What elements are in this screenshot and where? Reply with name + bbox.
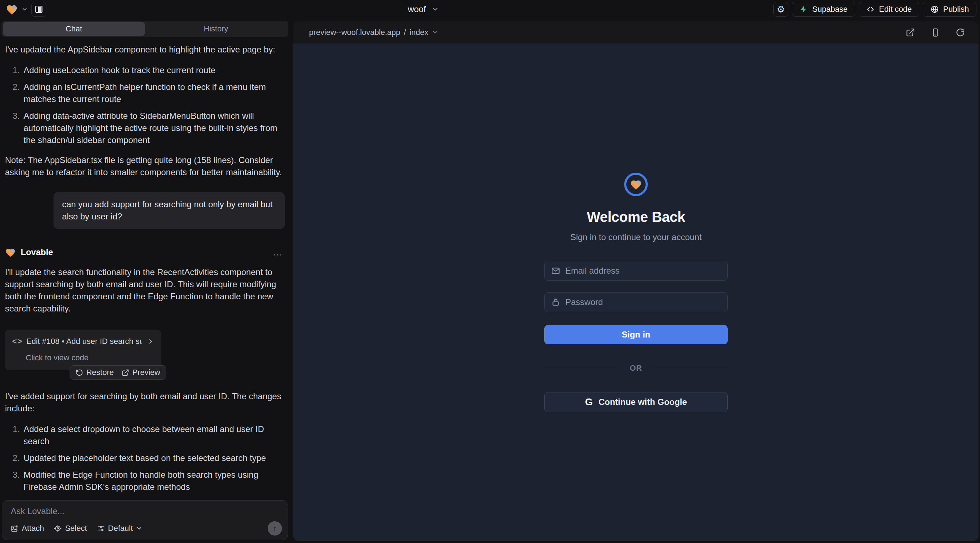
preview-actions <box>906 28 965 37</box>
project-title: woof <box>408 4 426 14</box>
model-label: Default <box>108 524 133 533</box>
signin-subtitle: Sign in to continue to your account <box>570 232 702 242</box>
tab-chat[interactable]: Chat <box>3 22 145 36</box>
composer-toolbar: Attach Select Default ↑ <box>11 521 282 535</box>
select-button[interactable]: Select <box>54 524 87 533</box>
panel-left-icon <box>35 5 43 14</box>
assistant-numbered-list: Added a select dropdown to choose betwee… <box>5 423 285 495</box>
email-input[interactable] <box>565 266 721 276</box>
target-icon <box>54 524 62 532</box>
send-arrow-icon: ↑ <box>273 523 277 533</box>
preview-button[interactable]: Preview <box>122 367 160 378</box>
list-item: Adding useLocation hook to track the cur… <box>22 64 285 76</box>
lock-icon <box>551 297 560 307</box>
edit-actions-toolbar: Restore Preview <box>70 365 166 379</box>
external-link-icon <box>122 369 129 376</box>
restore-label: Restore <box>86 367 114 378</box>
list-item: Added a select dropdown to choose betwee… <box>22 423 285 448</box>
password-input[interactable] <box>565 297 721 307</box>
preview-header: preview--woof.lovable.app / index <box>293 21 978 43</box>
preview-iframe: Welcome Back Sign in to continue to your… <box>293 43 978 541</box>
toggle-sidebar-button[interactable] <box>32 2 46 17</box>
preview-url-breadcrumb[interactable]: preview--woof.lovable.app / index <box>309 28 438 37</box>
assistant-paragraph: I've updated the AppSidebar component to… <box>5 43 285 56</box>
code-brackets-icon <box>866 5 875 14</box>
envelope-icon <box>551 266 560 275</box>
open-in-new-tab-button[interactable] <box>906 28 915 37</box>
chevron-right-icon <box>147 338 154 345</box>
assistant-note: Note: The AppSidebar.tsx file is getting… <box>5 154 285 178</box>
smartphone-icon <box>931 28 940 37</box>
chat-panel: Chat History I've updated the AppSidebar… <box>0 19 290 543</box>
lovable-avatar-heart-icon <box>5 247 16 257</box>
route-chevron-down-icon <box>432 29 438 36</box>
sliders-icon <box>97 524 105 532</box>
lovable-logo-heart-icon[interactable] <box>6 3 18 15</box>
divider-label: OR <box>630 364 643 373</box>
divider-line <box>650 368 728 368</box>
message-more-icon[interactable]: … <box>273 246 285 258</box>
google-signin-button[interactable]: G Continue with Google <box>544 392 728 412</box>
chat-history-tabs: Chat History <box>2 21 288 37</box>
supabase-label: Supabase <box>812 5 848 14</box>
mobile-view-button[interactable] <box>931 28 940 37</box>
list-item: Adding data-active attribute to SidebarM… <box>22 110 285 146</box>
email-field <box>544 261 728 281</box>
refresh-button[interactable] <box>956 28 965 37</box>
breadcrumb-separator: / <box>404 28 406 37</box>
image-plus-icon <box>11 524 19 532</box>
preview-domain: preview--woof.lovable.app <box>309 28 401 37</box>
model-selector[interactable]: Default <box>97 524 143 533</box>
composer-input[interactable] <box>11 506 279 516</box>
tab-history[interactable]: History <box>145 22 287 36</box>
edit-card-wrap: < > Edit #108 • Add user ID search supp.… <box>5 330 166 370</box>
edit-code-label: Edit code <box>879 5 912 14</box>
app-logo-heart-icon <box>630 179 642 190</box>
chevron-down-icon <box>136 525 142 532</box>
topbar-right: ⚙ Supabase Edit code Publish <box>773 2 977 17</box>
assistant-name: Lovable <box>21 246 53 258</box>
attach-label: Attach <box>22 524 44 533</box>
assistant-numbered-list: Adding useLocation hook to track the cur… <box>5 64 285 146</box>
assistant-paragraph: I've added support for searching by both… <box>5 390 285 414</box>
signin-title: Welcome Back <box>587 209 685 225</box>
message-list[interactable]: I've updated the AppSidebar component to… <box>0 37 290 495</box>
supabase-button[interactable]: Supabase <box>792 2 855 17</box>
project-chevron-down-icon <box>431 6 439 13</box>
attach-button[interactable]: Attach <box>11 524 44 533</box>
divider-line <box>544 368 622 368</box>
preview-panel: preview--woof.lovable.app / index Welcom… <box>293 21 978 541</box>
edit-card-title: Edit #108 • Add user ID search supp... <box>26 335 142 348</box>
project-title-menu[interactable]: woof <box>408 4 439 14</box>
select-label: Select <box>65 524 87 533</box>
edit-code-button[interactable]: Edit code <box>859 2 920 17</box>
signin-button[interactable]: Sign in <box>544 325 728 344</box>
user-message-bubble: can you add support for searching not on… <box>54 192 285 229</box>
topbar: woof ⚙ Supabase Edit code Publish <box>0 0 980 19</box>
assistant-header: Lovable … <box>5 246 285 258</box>
password-field <box>544 292 728 312</box>
google-signin-label: Continue with Google <box>598 397 687 407</box>
assistant-paragraph: I'll update the search functionality in … <box>5 266 285 315</box>
preview-page: index <box>410 28 429 37</box>
list-item: Adding an isCurrentPath helper function … <box>22 81 285 105</box>
or-divider: OR <box>544 364 728 373</box>
send-button[interactable]: ↑ <box>268 521 282 535</box>
supabase-bolt-icon <box>799 5 808 14</box>
signin-card: Welcome Back Sign in to continue to your… <box>544 173 728 412</box>
edit-card[interactable]: < > Edit #108 • Add user ID search supp.… <box>5 330 161 370</box>
lovable-app: { "topbar": { "title": "woof", "supabase… <box>0 0 980 543</box>
code-brackets-icon: < > <box>12 335 21 348</box>
topbar-left <box>6 2 46 17</box>
settings-button[interactable]: ⚙ <box>773 2 788 17</box>
composer: Attach Select Default ↑ <box>2 500 288 540</box>
gear-icon: ⚙ <box>776 5 785 14</box>
google-g-icon: G <box>585 396 593 408</box>
publish-button[interactable]: Publish <box>923 2 977 17</box>
publish-label: Publish <box>943 5 969 14</box>
restore-button[interactable]: Restore <box>76 367 114 378</box>
preview-label: Preview <box>132 367 160 378</box>
external-link-icon <box>906 28 915 37</box>
edit-card-header: < > Edit #108 • Add user ID search supp.… <box>12 335 154 348</box>
logo-chevron-down-icon[interactable] <box>21 6 28 13</box>
